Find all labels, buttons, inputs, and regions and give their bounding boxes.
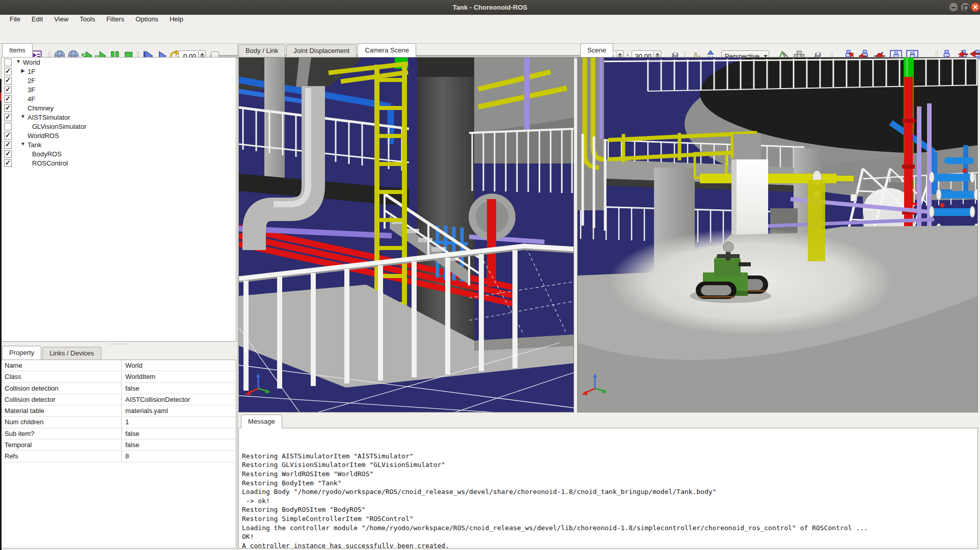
tree-item-label[interactable]: World <box>22 59 40 66</box>
tree-item-label[interactable]: Chimney <box>26 104 53 112</box>
item-checkbox[interactable] <box>4 77 12 85</box>
close-button[interactable] <box>970 2 980 12</box>
tree-expander-icon[interactable]: ▼ <box>15 59 22 66</box>
tab-message[interactable]: Message <box>241 415 282 428</box>
property-value[interactable]: false <box>122 439 139 450</box>
tree-expander-icon[interactable] <box>19 132 26 140</box>
minimize-button[interactable] <box>948 2 959 12</box>
property-value[interactable]: AISTCollisionDetector <box>122 394 190 405</box>
tree-item-label[interactable]: AISTSimulator <box>26 114 70 121</box>
property-name: Name <box>2 360 122 371</box>
tree-row[interactable]: WorldROS <box>2 131 236 140</box>
item-checkbox[interactable] <box>4 114 12 121</box>
tree-item-label[interactable]: WorldROS <box>26 132 59 140</box>
property-row: Material table materials.yaml <box>2 405 236 417</box>
tree-expander-icon[interactable] <box>19 77 26 85</box>
camera-scene-viewport[interactable] <box>238 57 574 413</box>
maximize-button[interactable] <box>960 2 970 12</box>
tree-item-label[interactable]: ROSControl <box>31 159 68 167</box>
scene-tabbar: Scene <box>580 44 614 57</box>
property-value[interactable]: World <box>122 360 143 371</box>
tree-expander-icon[interactable] <box>24 159 31 167</box>
tree-item-label[interactable]: 1F <box>26 68 35 75</box>
message-tabbar: Message <box>241 415 283 428</box>
property-row: Refs 8 <box>2 451 236 462</box>
tab-items[interactable]: Items <box>2 43 33 57</box>
scene-canvas <box>578 58 978 413</box>
menu-item[interactable]: File <box>4 15 26 24</box>
property-name: Material table <box>2 405 122 416</box>
tree-row[interactable]: ▼ World <box>2 58 236 67</box>
property-value[interactable]: materials.yaml <box>122 405 168 416</box>
tree-expander-icon[interactable]: ▼ <box>19 141 26 149</box>
item-checkbox[interactable] <box>4 95 12 103</box>
tree-item-label[interactable]: 3F <box>26 86 35 94</box>
tree-item-label[interactable]: 2F <box>26 77 35 85</box>
panel-splitter[interactable] <box>108 343 128 345</box>
tab-scene[interactable]: Scene <box>580 43 613 57</box>
tree-row[interactable]: 2F <box>2 76 236 85</box>
tree-expander-icon[interactable]: ▼ <box>19 114 26 121</box>
item-checkbox[interactable] <box>4 141 12 149</box>
tree-row[interactable]: 3F <box>2 85 236 94</box>
log-line: Restoring AISTSimulatorItem "AISTSimulat… <box>242 452 974 461</box>
center-view-tab[interactable]: Camera Scene <box>358 43 416 57</box>
menu-item[interactable]: Tools <box>74 15 100 24</box>
property-tab[interactable]: Links / Devices <box>42 347 101 360</box>
main-toolbar: S : <box>0 24 980 44</box>
tree-expander-icon[interactable] <box>24 150 31 158</box>
property-value[interactable]: 1 <box>122 417 129 427</box>
property-tabbar: PropertyLinks / Devices <box>2 346 102 360</box>
menu-item[interactable]: Filters <box>101 15 130 24</box>
property-tab[interactable]: Property <box>2 346 41 360</box>
center-view-tab[interactable]: Body / Link <box>238 44 285 57</box>
center-view-tabbar: Body / LinkJoint DisplacementCamera Scen… <box>238 44 417 57</box>
property-row: Temporal false <box>2 439 236 451</box>
tree-row[interactable]: ▼ Tank <box>2 140 236 149</box>
item-checkbox[interactable] <box>4 159 12 167</box>
title-bar: Tank - Choreonoid-ROS <box>0 0 980 15</box>
menu-item[interactable]: View <box>48 15 74 24</box>
scene-viewport[interactable] <box>577 57 978 413</box>
tree-row[interactable]: ▼ AISTSimulator <box>2 113 236 122</box>
item-checkbox[interactable] <box>4 68 12 75</box>
tree-item-label[interactable]: Tank <box>26 141 41 149</box>
item-checkbox[interactable] <box>4 150 12 158</box>
red-vertical-pipe <box>487 199 496 287</box>
gray-column <box>264 58 285 189</box>
screen-edge-strip <box>0 79 2 550</box>
property-value[interactable]: WorldItem <box>122 371 155 382</box>
item-checkbox[interactable] <box>4 86 12 94</box>
tree-row[interactable]: 4F <box>2 94 236 103</box>
item-checkbox[interactable] <box>4 104 12 112</box>
item-checkbox[interactable] <box>4 132 12 140</box>
property-value[interactable]: 8 <box>122 451 129 461</box>
tree-item-label[interactable]: 4F <box>26 95 35 103</box>
tree-item-label[interactable]: BodyROS <box>31 150 62 158</box>
yellow-column <box>808 180 825 261</box>
tree-row[interactable]: GLVisionSimulator <box>2 122 236 131</box>
tree-expander-icon[interactable] <box>19 95 26 103</box>
tree-item-label[interactable]: GLVisionSimulator <box>31 123 86 130</box>
property-name: Collision detection <box>2 383 122 394</box>
item-checkbox[interactable] <box>4 59 12 66</box>
tree-row[interactable]: ▶ 1F <box>2 67 236 76</box>
tree-expander-icon[interactable] <box>19 86 26 94</box>
tree-expander-icon[interactable] <box>19 104 26 112</box>
property-value[interactable]: false <box>122 428 139 439</box>
message-panel[interactable]: Restoring AISTSimulatorItem "AISTSimulat… <box>238 428 978 548</box>
menu-item[interactable]: Help <box>164 15 189 24</box>
center-view-tab[interactable]: Joint Displacement <box>286 44 357 57</box>
property-row: Sub item? false <box>2 428 236 439</box>
item-tree-panel[interactable]: ▼ World ▶ 1F 2F <box>1 57 236 342</box>
tree-expander-icon[interactable]: ▶ <box>19 68 26 75</box>
item-checkbox[interactable] <box>4 123 12 130</box>
menu-item[interactable]: Edit <box>26 15 48 24</box>
menu-item[interactable]: Options <box>130 15 164 24</box>
tree-row[interactable]: Chimney <box>2 103 236 113</box>
white-pillar <box>731 159 768 235</box>
property-value[interactable]: false <box>122 383 139 394</box>
tree-expander-icon[interactable] <box>24 123 31 130</box>
tree-row[interactable]: BodyROS <box>2 149 236 158</box>
tree-row[interactable]: ROSControl <box>2 158 236 168</box>
